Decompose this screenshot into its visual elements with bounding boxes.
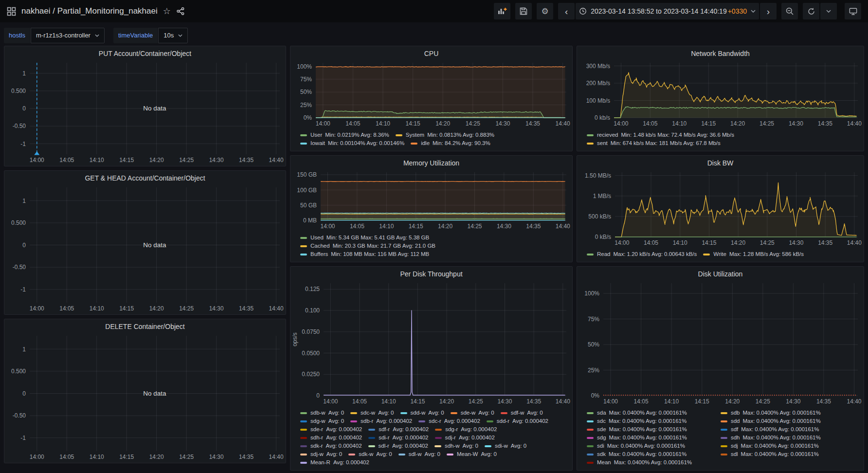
legend-item-sdk[interactable]: sdkMax: 0.0400% Avg: 0.000161% (587, 450, 721, 458)
legend-item-sdi-w[interactable]: sdi-wAvg: 0 (485, 442, 526, 450)
legend-item-sdc-w[interactable]: sdc-wAvg: 0 (350, 409, 394, 417)
share-icon[interactable] (176, 7, 185, 16)
legend-item-sdj-r[interactable]: sdj-rAvg: 0.000402 (435, 434, 495, 442)
legend-item-User[interactable]: UserMin: 0.0219% Avg: 8.36% (300, 131, 389, 139)
variable-value-hostls[interactable]: m-r1z1s3-controller (31, 28, 105, 43)
legend-item-sdh-r[interactable]: sdh-rAvg: 0.000402 (300, 434, 362, 442)
series-name[interactable]: sdc-r (429, 417, 441, 425)
memory-chart[interactable]: 0 MB50 GB100 GB150 GB14:0014:0514:1014:1… (290, 168, 572, 232)
legend-item-sdk-r[interactable]: sdk-rAvg: 0.000402 (300, 442, 362, 450)
annotation-marker[interactable] (34, 151, 39, 155)
refresh-button[interactable] (803, 3, 819, 19)
legend-item-sdl[interactable]: sdlMax: 0.0400% Avg: 0.000161% (721, 450, 854, 458)
per_disk-chart[interactable]: 00.02500.05000.07500.1000.12514:0014:051… (290, 279, 572, 407)
series-name[interactable]: Buffers (310, 250, 328, 258)
series-name[interactable]: sdg-r (445, 425, 458, 434)
series-name[interactable]: sda (597, 409, 606, 417)
series-name[interactable]: Mean (597, 458, 611, 467)
series-name[interactable]: Read (597, 250, 611, 258)
legend-item-sdd[interactable]: sddMax: 0.0400% Avg: 0.000161% (721, 417, 854, 425)
star-icon[interactable]: ☆ (163, 7, 171, 16)
series-name[interactable]: Mean-R (310, 458, 330, 467)
series-name[interactable]: recieved (597, 131, 618, 139)
time-range-picker[interactable]: 2023-03-14 13:58:52 to 2023-03-14 14:40:… (576, 3, 759, 19)
legend-item-Mean-R[interactable]: Mean-RAvg: 0.000402 (300, 458, 369, 467)
series-name[interactable]: sdc-w (361, 409, 375, 417)
series-name[interactable]: sdl (731, 450, 738, 458)
legend-item-recieved[interactable]: recievedMin: 1.48 kb/s Max: 72.4 Mb/s Av… (587, 131, 734, 139)
settings-gear-icon[interactable]: ⚙ (537, 3, 553, 19)
series-name[interactable]: sdg-w (310, 417, 326, 425)
series-name[interactable]: sdi (597, 442, 604, 450)
series-name[interactable]: Write (713, 250, 726, 258)
panel-title-delete[interactable]: DELETE Container/Object (4, 319, 286, 332)
legend-item-sdc[interactable]: sdcMax: 0.0400% Avg: 0.000161% (587, 417, 721, 425)
legend-item-Cached[interactable]: CachedMin: 20.3 GB Max: 21.7 GB Avg: 21.… (300, 242, 435, 250)
series-name[interactable]: sdd (731, 417, 740, 425)
panel-title-cpu[interactable]: CPU (290, 46, 572, 59)
legend-item-sdb-r[interactable]: sdb-rAvg: 0.000402 (350, 417, 412, 425)
save-dashboard-button[interactable] (515, 3, 532, 19)
cpu-chart[interactable]: 0%25%50%75%100%14:0014:0514:1014:1514:20… (290, 59, 572, 129)
series-name[interactable]: sdd-r (497, 417, 509, 425)
legend-item-idle[interactable]: idleMin: 84.2% Avg: 90.3% (411, 139, 490, 147)
time-range-back-button[interactable]: ‹ (558, 3, 575, 19)
series-name[interactable]: sdj (731, 442, 738, 450)
legend-item-sde-w[interactable]: sde-wAvg: 0 (451, 409, 494, 417)
series-name[interactable]: sdf (731, 425, 738, 434)
series-name[interactable]: sdb-r (361, 417, 373, 425)
series-name[interactable]: Used (310, 234, 324, 242)
series-name[interactable]: sdi-w (495, 442, 508, 450)
legend-item-Mean-W[interactable]: Mean-WAvg: 0 (447, 450, 497, 458)
legend-item-sdk-w[interactable]: sdk-wAvg: 0 (348, 450, 392, 458)
breadcrumb[interactable]: nakhaei / Partial_Monitoring_nakhaei (21, 6, 158, 16)
legend-item-sdc-r[interactable]: sdc-rAvg: 0.000402 (418, 417, 480, 425)
legend-item-sdh-w[interactable]: sdh-wAvg: 0 (434, 442, 478, 450)
series-name[interactable]: sde (597, 425, 606, 434)
legend-item-sde-r[interactable]: sde-rAvg: 0.000402 (300, 425, 362, 434)
legend-item-sdd-w[interactable]: sdd-wAvg: 0 (400, 409, 444, 417)
series-name[interactable]: Mean-W (457, 450, 478, 458)
legend-item-Used[interactable]: UsedMin: 5.34 GB Max: 5.41 GB Avg: 5.38 … (300, 234, 429, 242)
series-name[interactable]: User (310, 131, 322, 139)
legend-item-sdb-w[interactable]: sdb-wAvg: 0 (300, 409, 344, 417)
legend-item-sda[interactable]: sdaMax: 0.0400% Avg: 0.000161% (587, 409, 721, 417)
series-name[interactable]: sdb (731, 409, 740, 417)
disk_bw-chart[interactable]: 0 kB/s500 kB/s1 MB/s1.50 MB/s14:0014:051… (577, 168, 864, 249)
time-range-forward-button[interactable]: › (760, 3, 777, 19)
add-panel-button[interactable] (494, 3, 510, 19)
legend-item-sent[interactable]: sentMin: 674 kb/s Max: 181 Mb/s Avg: 67.… (587, 139, 721, 147)
panel-title-per_disk[interactable]: Per Disk Throughput (290, 267, 572, 279)
legend-item-sdf[interactable]: sdfMax: 0.0400% Avg: 0.000161% (721, 425, 854, 434)
series-name[interactable]: sde-r (310, 425, 323, 434)
legend-item-sdl-r[interactable]: sdl-rAvg: 0.000402 (368, 442, 428, 450)
panel-title-put[interactable]: PUT Account/Container/Object (4, 46, 286, 59)
series-name[interactable]: Iowait (310, 139, 325, 147)
legend-item-sdd-r[interactable]: sdd-rAvg: 0.000402 (487, 417, 548, 425)
legend-item-sdg[interactable]: sdgMax: 0.0400% Avg: 0.000161% (587, 434, 721, 442)
series-name[interactable]: System (406, 131, 424, 139)
legend-item-sde[interactable]: sdeMax: 0.0400% Avg: 0.000161% (587, 425, 721, 434)
series-name[interactable]: sdj-r (445, 434, 456, 442)
legend-item-sdi-r[interactable]: sdi-rAvg: 0.000402 (368, 434, 428, 442)
put-chart[interactable]: 10.5000-0.50-114:0014:0514:1014:1514:201… (4, 59, 286, 166)
network-chart[interactable]: 0 kb/s100 Mb/s200 Mb/s300 Mb/s14:0014:05… (577, 59, 864, 129)
series-name[interactable]: sdj-w (310, 450, 324, 458)
legend-item-Write[interactable]: WriteMax: 1.28 MB/s Avg: 586 kB/s (703, 250, 804, 258)
series-name[interactable]: sdi-r (379, 434, 389, 442)
zoom-out-time-button[interactable] (781, 3, 798, 19)
panel-title-network[interactable]: Network Bandwidth (577, 46, 864, 59)
series-name[interactable]: sde-w (461, 409, 476, 417)
panel-title-get_head[interactable]: GET & HEAD Account/Container/Object (4, 171, 286, 183)
legend-item-sdg-w[interactable]: sdg-wAvg: 0 (300, 417, 344, 425)
legend-item-sdl-w[interactable]: sdl-wAvg: 0 (398, 450, 440, 458)
cycle-view-mode-button[interactable] (845, 3, 861, 19)
series-name[interactable]: idle (421, 139, 430, 147)
legend-item-System[interactable]: SystemMin: 0.0813% Avg: 0.883% (396, 131, 494, 139)
series-name[interactable]: sdf-w (511, 409, 524, 417)
panel-title-disk_util[interactable]: Disk Utilization (577, 267, 864, 279)
legend-item-sdj[interactable]: sdjMax: 0.0400% Avg: 0.000161% (721, 442, 854, 450)
panel-title-memory[interactable]: Memory Utilization (290, 156, 572, 168)
series-name[interactable]: sdk-w (359, 450, 373, 458)
refresh-interval-caret[interactable] (820, 3, 837, 19)
